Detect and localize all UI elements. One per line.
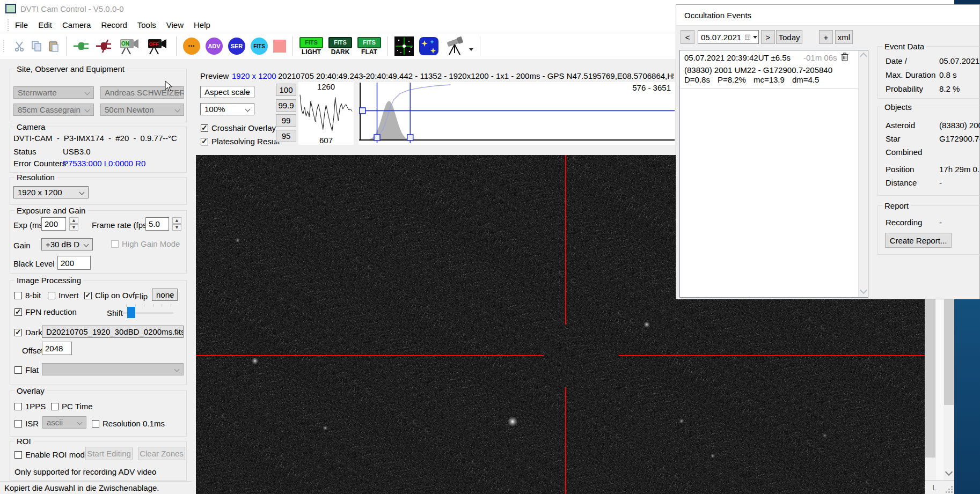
record-adv-button[interactable]: ADV xyxy=(206,38,223,55)
camera-off-button[interactable]: OFF xyxy=(147,37,170,55)
scroll-down-icon[interactable] xyxy=(945,468,953,476)
invert-checkbox[interactable]: Invert xyxy=(48,291,79,300)
clear-zones-button: Clear Zones xyxy=(138,447,185,460)
event-list: 05.07.2021 20:39:42UT ±6.5s -01m 06s (83… xyxy=(679,50,868,298)
record-ser-button[interactable]: SER xyxy=(228,38,245,55)
menu-help[interactable]: Help xyxy=(194,18,217,32)
record-raw-button[interactable]: ••• xyxy=(183,38,200,55)
slider-thumb[interactable] xyxy=(127,307,135,318)
flat-checkbox[interactable]: Flat xyxy=(14,365,39,374)
delete-event-button[interactable] xyxy=(841,53,849,63)
cut-button[interactable] xyxy=(13,40,25,52)
fpn-reduction-checkbox[interactable]: FPN reduction xyxy=(14,307,77,316)
event-data-value: 0.8 s xyxy=(939,70,957,79)
percentile-99-button[interactable]: 99 xyxy=(276,114,296,127)
object-value: - xyxy=(939,178,942,187)
telescope-button[interactable] xyxy=(444,36,473,56)
pc-time-checkbox[interactable]: PC Time xyxy=(51,402,93,411)
black-level-input[interactable]: 200 xyxy=(57,256,91,270)
checkbox-box xyxy=(14,329,22,336)
zoom-select[interactable]: 100% xyxy=(200,103,254,115)
date-dropdown-caret[interactable] xyxy=(753,36,757,39)
percentile-100-button[interactable]: 100 xyxy=(276,84,296,96)
flip-select[interactable]: none xyxy=(152,289,178,301)
create-report-button[interactable]: Create Report... xyxy=(885,233,952,248)
camera-errors-label: Error Counters xyxy=(13,159,66,168)
prev-day-button[interactable]: < xyxy=(681,30,694,44)
resize-grip[interactable] xyxy=(946,486,953,493)
record-fits-button[interactable]: FITS xyxy=(251,38,268,55)
enable-roi-checkbox[interactable]: Enable ROI mode xyxy=(14,450,89,459)
shift-label: Shift xyxy=(107,308,123,318)
percentile-95-button[interactable]: 95 xyxy=(276,130,296,142)
gain-select[interactable]: +30 dB D xyxy=(41,238,93,250)
spin-down-icon[interactable] xyxy=(69,224,78,231)
framerate-spinner[interactable] xyxy=(172,217,181,231)
fits-light-button[interactable]: FITS LIGHT xyxy=(299,37,323,55)
copy-button[interactable] xyxy=(31,40,42,52)
connect-button[interactable] xyxy=(73,40,90,53)
roi-note: Only supported for recording ADV video xyxy=(14,467,156,476)
mouse-cursor xyxy=(165,80,173,92)
event-list-scrollbar[interactable] xyxy=(858,50,868,297)
xml-button[interactable]: xml xyxy=(835,30,853,44)
event-list-item[interactable]: 05.07.2021 20:39:42UT ±6.5s -01m 06s (83… xyxy=(680,50,859,89)
exp-input[interactable]: 200 xyxy=(41,217,66,231)
date-picker[interactable]: 05.07.2021 xyxy=(698,30,759,44)
next-day-button[interactable]: > xyxy=(761,30,775,44)
resolution-select[interactable]: 1920 x 1200 xyxy=(13,186,89,198)
paste-button[interactable] xyxy=(48,40,60,52)
starfield-crosshair-button[interactable] xyxy=(394,36,414,56)
dark-checkbox[interactable]: Dark xyxy=(14,328,42,337)
spin-up-icon[interactable] xyxy=(69,217,78,224)
spin-down-icon[interactable] xyxy=(172,224,181,231)
offset-input[interactable]: 2048 xyxy=(42,342,72,355)
fits-dark-button[interactable]: FITS DARK xyxy=(328,37,352,55)
resolution-01ms-checkbox[interactable]: Resolution 0.1ms xyxy=(92,419,165,428)
platesolve-sky-button[interactable] xyxy=(419,37,438,55)
scale-mode-select[interactable]: Aspect scale xyxy=(200,86,254,98)
telescope-dropdown-caret[interactable] xyxy=(469,48,473,51)
calendar-icon[interactable] xyxy=(745,33,750,41)
fits-dark-label: DARK xyxy=(331,49,350,55)
1pps-checkbox[interactable]: 1PPS xyxy=(14,402,46,411)
menu-camera[interactable]: Camera xyxy=(62,18,98,32)
signal-chart-min: 607 xyxy=(298,136,354,145)
stop-button[interactable] xyxy=(273,40,286,53)
spin-up-icon[interactable] xyxy=(172,217,181,224)
dialog-titlebar[interactable]: Occultation Events xyxy=(676,5,979,26)
shift-slider[interactable] xyxy=(123,304,173,319)
platesolving-result-checkbox[interactable]: Platesolving Result xyxy=(201,137,280,146)
camera-status-value: USB3.0 xyxy=(63,147,91,156)
trash-icon xyxy=(841,53,849,61)
scroll-up-icon[interactable] xyxy=(860,53,867,60)
menu-tools[interactable]: Tools xyxy=(137,18,163,32)
checkbox-box xyxy=(14,366,22,374)
add-event-button[interactable]: + xyxy=(819,30,833,44)
isr-checkbox[interactable]: ISR xyxy=(14,419,39,428)
menu-edit[interactable]: Edit xyxy=(38,18,59,32)
dark-file-select[interactable]: D20210705_1920_30dBD_0200ms.fits xyxy=(42,326,184,338)
statusbar-corner: L xyxy=(925,480,954,494)
camera-on-button[interactable]: ON xyxy=(119,37,142,55)
camera-info: DVTI-CAM - P3-IMX174 - #20 - 0.9.77 xyxy=(13,134,163,143)
menu-file[interactable]: File xyxy=(15,18,35,32)
menu-record[interactable]: Record xyxy=(101,18,134,32)
scroll-down-icon[interactable] xyxy=(860,286,867,294)
clip-overflow-checkbox[interactable]: Clip on Ovf. xyxy=(84,291,137,300)
recording-value: - xyxy=(939,218,942,227)
fits-flat-button[interactable]: FITS FLAT xyxy=(357,37,381,55)
offset-label: Offset xyxy=(22,346,43,355)
crosshair-overlay-checkbox[interactable]: Crosshair Overlay xyxy=(201,123,276,132)
exp-spinner[interactable] xyxy=(69,217,78,231)
disconnect-button[interactable] xyxy=(96,39,114,53)
today-button[interactable]: Today xyxy=(776,30,802,44)
8bit-checkbox[interactable]: 8-bit xyxy=(14,291,41,300)
event-data-label: Date / xyxy=(886,56,907,65)
toolbar-separator xyxy=(176,36,177,56)
menu-view[interactable]: View xyxy=(166,18,191,32)
percentile-99.9-button[interactable]: 99.9 xyxy=(276,99,296,112)
connect-plug-icon xyxy=(73,40,90,53)
framerate-input[interactable]: 5.0 xyxy=(145,217,169,231)
toolbar-separator xyxy=(292,36,293,56)
